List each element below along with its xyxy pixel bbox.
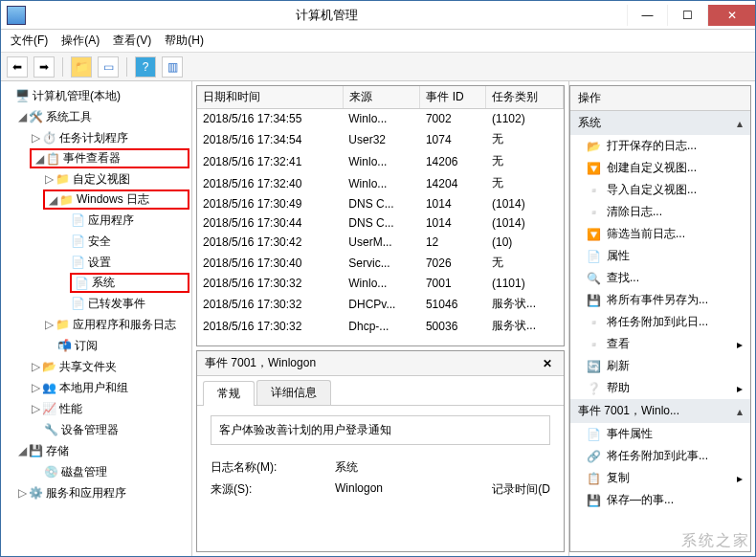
menu-action[interactable]: 操作(A) (56, 31, 105, 51)
tab-general[interactable]: 常规 (203, 381, 255, 406)
expand-icon[interactable]: ◢ (33, 152, 45, 166)
tree-forwarded-events[interactable]: 📄 已转发事件 (3, 293, 189, 314)
expand-icon[interactable]: ◢ (16, 444, 28, 457)
expand-icon[interactable]: ▷ (30, 381, 41, 394)
cell: 51046 (420, 293, 486, 315)
expand-icon[interactable]: ▷ (30, 402, 41, 415)
tree-shared-folders[interactable]: ▷ 📂 共享文件夹 (3, 356, 189, 377)
tree-application-log[interactable]: 📄 应用程序 (3, 210, 189, 231)
tree-disk-management[interactable]: 💿 磁盘管理 (3, 461, 189, 482)
tree-label: 性能 (59, 401, 82, 417)
column-header[interactable]: 事件 ID (420, 86, 486, 109)
action-item[interactable]: 🔗将任务附加到此事... (570, 445, 750, 467)
tree-subscriptions[interactable]: 📬 订阅 (3, 335, 189, 356)
toolbar-view-button[interactable]: ▥ (162, 56, 183, 78)
table-row[interactable]: 2018/5/16 17:30:32DHCPv...51046服务状... (197, 293, 564, 315)
collapse-icon[interactable]: ▴ (737, 405, 743, 418)
tree-root[interactable]: 🖥️ 计算机管理(本地) (3, 85, 189, 106)
table-row[interactable]: 2018/5/16 17:34:55Winlo...7002(1102) (197, 109, 564, 129)
table-row[interactable]: 2018/5/16 17:30:49DNS C...1014(1014) (197, 194, 564, 213)
expand-icon[interactable]: ◢ (47, 193, 58, 207)
forward-button[interactable]: ➡ (33, 56, 55, 78)
tree-windows-logs[interactable]: ◢ 📁 Windows 日志 (43, 189, 189, 210)
tree-setup-log[interactable]: 📄 设置 (3, 252, 189, 273)
table-row[interactable]: 2018/5/16 17:30:32Winlo...7001(1101) (197, 274, 564, 293)
back-button[interactable]: ⬅ (7, 56, 28, 78)
action-item[interactable]: 🔽创建自定义视图... (570, 157, 750, 179)
table-row[interactable]: 2018/5/16 17:32:40Winlo...14204无 (197, 172, 564, 194)
expand-icon[interactable]: ◢ (16, 110, 28, 123)
expand-icon[interactable]: ▷ (30, 360, 41, 373)
menu-view[interactable]: 查看(V) (107, 31, 157, 51)
event-grid[interactable]: 日期和时间来源事件 ID任务类别 2018/5/16 17:34:55Winlo… (196, 85, 565, 346)
action-item[interactable]: 🔽筛选当前日志... (570, 223, 750, 245)
close-detail-button[interactable]: ✕ (539, 355, 556, 372)
tree-security-log[interactable]: 📄 安全 (3, 231, 189, 252)
shared-folder-icon: 📂 (41, 359, 56, 374)
tree-label: 已转发事件 (88, 296, 145, 312)
tree-custom-views[interactable]: ▷ 📁 自定义视图 (3, 168, 189, 189)
action-item[interactable]: ❔帮助▸ (570, 377, 750, 399)
tab-details[interactable]: 详细信息 (256, 380, 331, 405)
navigation-tree[interactable]: 🖥️ 计算机管理(本地) ◢ 🛠️ 系统工具 ▷ ⏱️ 任务计划程序 ◢ 📋 事… (1, 81, 192, 556)
action-item[interactable]: 🔍查找... (570, 267, 750, 289)
actions-section-system[interactable]: 系统 ▴ (570, 111, 750, 135)
tree-system-tools[interactable]: ◢ 🛠️ 系统工具 (3, 106, 189, 127)
action-item[interactable]: 📄属性 (570, 245, 750, 267)
folder-icon: 📁 (55, 171, 70, 187)
action-item[interactable]: ▫️将任务附加到此日... (570, 311, 750, 333)
tree-app-service-logs[interactable]: ▷ 📁 应用程序和服务日志 (3, 314, 189, 335)
tree-services-apps[interactable]: ▷ ⚙️ 服务和应用程序 (3, 482, 189, 503)
action-item[interactable]: ▫️清除日志... (570, 201, 750, 223)
cell: Winlo... (343, 150, 420, 172)
minimize-button[interactable]: — (627, 5, 667, 26)
maximize-button[interactable]: ☐ (667, 5, 707, 26)
actions-section-event[interactable]: 事件 7001，Winlo... ▴ (570, 399, 750, 423)
action-item[interactable]: 🔄刷新 (570, 355, 750, 377)
table-row[interactable]: 2018/5/16 17:30:32Dhcp-...50036服务状... (197, 315, 564, 337)
tree-event-viewer[interactable]: ◢ 📋 事件查看器 (30, 148, 189, 168)
tree-performance[interactable]: ▷ 📈 性能 (3, 398, 189, 419)
expand-icon[interactable]: ▷ (30, 131, 41, 145)
action-icon: 📄 (586, 249, 601, 264)
action-item[interactable]: 📂打开保存的日志... (570, 135, 750, 157)
action-icon: ▫️ (586, 315, 601, 330)
column-header[interactable]: 日期和时间 (197, 86, 343, 109)
action-item[interactable]: 💾保存—的事... (570, 489, 750, 511)
table-row[interactable]: 2018/5/16 17:30:40Servic...7026无 (197, 252, 564, 274)
tree-local-users[interactable]: ▷ 👥 本地用户和组 (3, 377, 189, 398)
expand-icon[interactable]: ▷ (16, 486, 28, 500)
tree-label: 事件查看器 (63, 150, 121, 167)
log-icon: 📄 (70, 212, 85, 228)
action-item[interactable]: 💾将所有事件另存为... (570, 289, 750, 311)
expand-icon[interactable]: ▷ (43, 318, 55, 331)
table-row[interactable]: 2018/5/16 17:30:42UserM...12(10) (197, 233, 564, 252)
menu-help[interactable]: 帮助(H) (159, 31, 210, 51)
tree-system-log[interactable]: 📄 系统 (70, 273, 189, 293)
action-item[interactable]: ▫️查看▸ (570, 333, 750, 355)
action-item[interactable]: 📄事件属性 (570, 423, 750, 445)
cell: 2018/5/16 17:30:49 (197, 194, 343, 213)
table-row[interactable]: 2018/5/16 17:34:54User321074无 (197, 128, 564, 150)
tree-storage[interactable]: ◢ 💾 存储 (3, 440, 189, 461)
tree-label: 安全 (88, 234, 111, 250)
show-hide-tree-button[interactable]: 📁 (71, 56, 92, 78)
close-button[interactable]: ✕ (707, 5, 755, 26)
table-row[interactable]: 2018/5/16 17:32:41Winlo...14206无 (197, 150, 564, 172)
action-icon: 💾 (586, 493, 601, 508)
collapse-icon[interactable]: ▴ (737, 117, 743, 130)
action-item[interactable]: ▫️导入自定义视图... (570, 179, 750, 201)
action-item[interactable]: 📋复制▸ (570, 467, 750, 489)
expand-icon[interactable]: ▷ (43, 172, 55, 186)
column-header[interactable]: 来源 (343, 86, 420, 109)
action-icon: 💾 (586, 293, 601, 308)
tree-device-manager[interactable]: 🔧 设备管理器 (3, 419, 189, 440)
menu-file[interactable]: 文件(F) (5, 31, 54, 51)
table-row[interactable]: 2018/5/16 17:30:44DNS C...1014(1014) (197, 213, 564, 233)
computer-icon: 🖥️ (14, 88, 30, 103)
toolbar-layout-button[interactable]: ▭ (98, 56, 119, 78)
column-header[interactable]: 任务类别 (486, 86, 564, 109)
help-button[interactable]: ? (135, 56, 156, 78)
tree-task-scheduler[interactable]: ▷ ⏱️ 任务计划程序 (3, 127, 189, 148)
action-icon: 🔽 (586, 227, 601, 242)
